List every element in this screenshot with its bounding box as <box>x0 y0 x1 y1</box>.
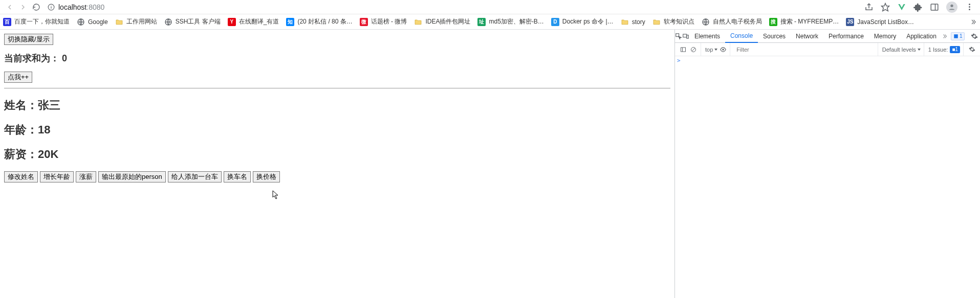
increment-button[interactable]: 点我++ <box>4 72 32 83</box>
browser-toolbar: localhost:8080 <box>0 0 980 14</box>
bookmark-item[interactable]: 搜搜索 - MYFREEMP… <box>769 17 839 26</box>
bookmark-label: 自然人电子税务局 <box>713 17 762 26</box>
page-content: 切换隐藏/显示 当前求和为： 0 点我++ 姓名：张三 年龄：18 薪资：20K… <box>0 30 674 298</box>
bookmark-item[interactable]: 自然人电子税务局 <box>702 17 762 26</box>
bookmark-label: 百度一下，你就知道 <box>14 17 70 26</box>
bookmark-label: 软考知识点 <box>664 17 694 26</box>
profile-avatar[interactable] <box>946 2 957 13</box>
bookmarks-bar: 百百度一下，你就知道Google工作用网站SSH工具 客户端Y在线翻译_有道知(… <box>0 14 980 30</box>
svg-marker-3 <box>882 3 889 11</box>
console-prompt: > <box>677 57 681 64</box>
bookmark-label: (20 封私信 / 80 条… <box>297 17 352 26</box>
bookmark-favicon <box>621 18 629 26</box>
action-button[interactable]: 增长年龄 <box>40 171 74 182</box>
cursor-icon <box>272 190 279 201</box>
clear-console-icon[interactable] <box>689 45 698 54</box>
action-button[interactable]: 换车名 <box>224 171 251 182</box>
share-icon[interactable] <box>864 3 874 12</box>
issues-label[interactable]: 1 Issue: <box>928 47 948 53</box>
site-info-icon[interactable] <box>47 3 55 11</box>
console-output[interactable]: > <box>675 56 980 298</box>
svg-rect-11 <box>683 34 687 37</box>
bookmark-favicon <box>164 18 172 26</box>
action-button[interactable]: 输出最原始的person <box>98 171 166 182</box>
toggle-visibility-button[interactable]: 切换隐藏/显示 <box>4 34 53 45</box>
url-text: localhost:8080 <box>58 3 104 11</box>
forward-button[interactable] <box>16 1 30 14</box>
action-button-row: 修改姓名增长年龄涨薪输出最原始的person给人添加一台车换车名换价格 <box>4 171 670 182</box>
name-label: 姓名： <box>4 99 38 111</box>
bookmark-favicon <box>115 18 123 26</box>
bookmark-item[interactable]: story <box>621 18 645 26</box>
bookmark-favicon <box>652 18 661 26</box>
action-button[interactable]: 修改姓名 <box>4 171 38 182</box>
bookmark-favicon <box>77 18 85 26</box>
bookmark-item[interactable]: 软考知识点 <box>652 17 694 26</box>
svg-rect-12 <box>687 35 689 38</box>
bookmark-favicon: 微 <box>360 18 368 26</box>
action-button[interactable]: 换价格 <box>253 171 280 182</box>
bookmark-item[interactable]: 微话题榜 - 微博 <box>360 17 407 26</box>
svg-point-20 <box>723 49 725 51</box>
bookmark-favicon: D <box>551 18 559 26</box>
console-sidebar-toggle-icon[interactable] <box>679 45 687 54</box>
error-badge[interactable]: 1 <box>951 32 965 40</box>
devtools-tab-console[interactable]: Console <box>725 30 758 43</box>
back-button[interactable] <box>3 1 16 14</box>
address-bar[interactable]: localhost:8080 <box>47 1 864 13</box>
bookmark-favicon: 址 <box>477 18 486 26</box>
salary-label: 薪资： <box>4 148 38 161</box>
age-label: 年龄： <box>4 123 38 136</box>
devtools-tab-application[interactable]: Application <box>901 30 942 43</box>
bookmark-favicon: JS <box>846 18 854 26</box>
bookmark-label: JavaScript ListBox… <box>857 18 914 26</box>
extensions-icon[interactable] <box>913 3 923 12</box>
bookmark-item[interactable]: 址md5加密、解密-B… <box>477 17 543 26</box>
inspect-element-icon[interactable] <box>675 30 682 43</box>
bookmark-favicon: 知 <box>286 18 294 26</box>
devtools-tab-sources[interactable]: Sources <box>758 30 791 43</box>
device-toolbar-icon[interactable] <box>682 30 689 43</box>
devtools-tab-elements[interactable]: Elements <box>689 30 725 43</box>
action-button[interactable]: 涨薪 <box>76 171 96 182</box>
bookmark-favicon <box>414 18 422 26</box>
bookmark-item[interactable]: SSH工具 客户端 <box>164 17 221 26</box>
log-levels-selector[interactable]: Default levels <box>882 47 921 53</box>
vue-devtools-icon[interactable] <box>897 3 906 12</box>
context-selector[interactable]: top <box>705 47 717 53</box>
bookmark-label: Google <box>88 18 108 26</box>
more-tabs-icon[interactable] <box>942 33 948 39</box>
console-settings-icon[interactable] <box>968 45 976 54</box>
action-button[interactable]: 给人添加一台车 <box>168 171 222 182</box>
sum-label: 当前求和为： <box>4 53 59 63</box>
svg-rect-13 <box>954 34 958 38</box>
bookmark-item[interactable]: Google <box>77 18 108 26</box>
bookmark-favicon: 搜 <box>769 18 777 26</box>
age-value: 18 <box>38 123 50 136</box>
devtools-tab-performance[interactable]: Performance <box>823 30 869 43</box>
live-expression-icon[interactable] <box>720 46 727 53</box>
console-filter-input[interactable] <box>734 44 875 55</box>
bookmark-label: IDEA插件包网址 <box>425 17 470 26</box>
browser-menu-icon[interactable] <box>965 3 974 12</box>
star-icon[interactable] <box>881 3 890 12</box>
bookmark-item[interactable]: 工作用网站 <box>115 17 157 26</box>
svg-rect-16 <box>681 48 686 52</box>
age-heading: 年龄：18 <box>4 122 670 137</box>
devtools-settings-icon[interactable] <box>968 30 980 43</box>
divider <box>4 88 670 88</box>
bookmark-item[interactable]: IDEA插件包网址 <box>414 17 470 26</box>
devtools-tab-memory[interactable]: Memory <box>869 30 901 43</box>
bookmark-item[interactable]: Y在线翻译_有道 <box>228 17 279 26</box>
bookmark-item[interactable]: JSJavaScript ListBox… <box>846 18 914 26</box>
bookmark-item[interactable]: DDocker ps 命令 |… <box>551 17 614 26</box>
bookmark-item[interactable]: 知(20 封私信 / 80 条… <box>286 17 352 26</box>
reload-button[interactable] <box>30 1 43 14</box>
bookmark-item[interactable]: 百百度一下，你就知道 <box>3 17 70 26</box>
bookmarks-overflow-icon[interactable] <box>970 18 977 26</box>
bookmark-label: story <box>632 18 645 26</box>
side-panel-icon[interactable] <box>930 3 939 12</box>
issues-count-badge[interactable]: ■ 1 <box>950 46 960 53</box>
salary-value: 20K <box>38 148 58 161</box>
devtools-tab-network[interactable]: Network <box>791 30 823 43</box>
